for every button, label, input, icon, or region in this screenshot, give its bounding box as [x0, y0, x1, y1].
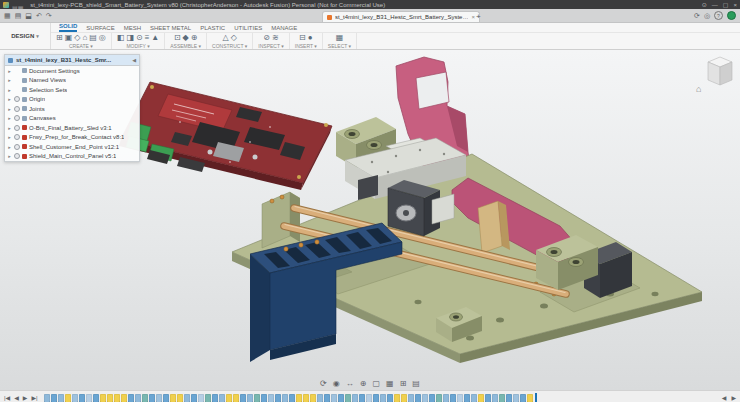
orbit-icon[interactable]: ⟳: [320, 380, 327, 388]
tool-icon[interactable]: ⌂: [82, 34, 87, 42]
expand-caret-icon[interactable]: ▸: [7, 68, 12, 74]
timeline-feature-icon[interactable]: [282, 394, 288, 402]
ribbon-group-label[interactable]: INSERT ▾: [295, 43, 317, 49]
timeline-feature-icon[interactable]: [471, 394, 477, 402]
timeline-feature-icon[interactable]: [107, 394, 113, 402]
expand-caret-icon[interactable]: ▸: [7, 87, 12, 93]
expand-caret-icon[interactable]: ▸: [7, 153, 12, 159]
browser-item[interactable]: ▸Named Views: [5, 76, 139, 86]
timeline-feature-icon[interactable]: [275, 394, 281, 402]
ribbon-group-label[interactable]: CONSTRUCT ▾: [212, 43, 247, 49]
timeline-feature-icon[interactable]: [233, 394, 239, 402]
ribbon-group-label[interactable]: SELECT ▾: [328, 43, 351, 49]
view-cube[interactable]: ⌂: [694, 54, 738, 98]
visibility-icon[interactable]: [14, 153, 20, 159]
tool-icon[interactable]: ≋: [272, 34, 279, 42]
timeline-feature-icon[interactable]: [268, 394, 274, 402]
browser-root-row[interactable]: st_t4mini_lexy_B31_Hestc_Smr... ◀: [5, 55, 139, 66]
timeline-feature-icon[interactable]: [261, 394, 267, 402]
tool-icon[interactable]: ◨: [126, 34, 134, 42]
help-button[interactable]: ?: [714, 11, 723, 20]
maximize-icon[interactable]: ▢: [723, 2, 729, 8]
timeline-feature-icon[interactable]: [240, 394, 246, 402]
timeline-feature-icon[interactable]: [366, 394, 372, 402]
look-at-icon[interactable]: ◉: [333, 380, 340, 388]
scroll-left-icon[interactable]: ◀: [721, 395, 728, 401]
timeline-feature-icon[interactable]: [387, 394, 393, 402]
visibility-icon[interactable]: [14, 96, 20, 102]
timeline-feature-icon[interactable]: [338, 394, 344, 402]
skip-to-start-icon[interactable]: |◀: [3, 395, 11, 401]
timeline-feature-icon[interactable]: [86, 394, 92, 402]
timeline-feature-icon[interactable]: [492, 394, 498, 402]
timeline-feature-icon[interactable]: [205, 394, 211, 402]
timeline-feature-icon[interactable]: [485, 394, 491, 402]
document-tab[interactable]: st_t4mini_lexy_B31_Hestc_Smrt_Battery_Sy…: [322, 11, 480, 22]
timeline-feature-icon[interactable]: [450, 394, 456, 402]
timeline-feature-icon[interactable]: [93, 394, 99, 402]
job-status-icon[interactable]: ⟳: [694, 12, 700, 19]
tool-icon[interactable]: ⊙: [136, 34, 143, 42]
step-back-icon[interactable]: ◀: [13, 395, 20, 401]
timeline-feature-icon[interactable]: [443, 394, 449, 402]
timeline-feature-icon[interactable]: [184, 394, 190, 402]
close-tab-icon[interactable]: ×: [471, 14, 475, 20]
notifications-icon[interactable]: ◎: [704, 12, 710, 19]
timeline-feature-icon[interactable]: [331, 394, 337, 402]
timeline-feature-icon[interactable]: [226, 394, 232, 402]
expand-caret-icon[interactable]: ▸: [7, 106, 12, 112]
timeline-feature-icon[interactable]: [373, 394, 379, 402]
timeline-feature-icon[interactable]: [359, 394, 365, 402]
timeline-feature-icon[interactable]: [72, 394, 78, 402]
scroll-right-icon[interactable]: ▶: [730, 395, 737, 401]
timeline-feature-icon[interactable]: [464, 394, 470, 402]
tool-icon[interactable]: ◆: [183, 34, 189, 42]
timeline-feature-icon[interactable]: [296, 394, 302, 402]
pan-icon[interactable]: ↔: [346, 380, 354, 388]
tool-icon[interactable]: ⊕: [191, 34, 198, 42]
minimize-icon[interactable]: —: [712, 2, 718, 8]
timeline-feature-icon[interactable]: [142, 394, 148, 402]
ribbon-tab-mesh[interactable]: MESH: [124, 25, 141, 32]
timeline-feature-icon[interactable]: [415, 394, 421, 402]
timeline-feature-icon[interactable]: [457, 394, 463, 402]
ribbon-tab-surface[interactable]: SURFACE: [86, 25, 114, 32]
timeline-feature-icon[interactable]: [254, 394, 260, 402]
timeline-feature-icon[interactable]: [170, 394, 176, 402]
browser-item[interactable]: ▸Shell_Customer_End_Point v12:1: [5, 142, 139, 152]
timeline-feature-icon[interactable]: [114, 394, 120, 402]
timeline-feature-icon[interactable]: [121, 394, 127, 402]
tool-icon[interactable]: ▲: [151, 34, 159, 42]
timeline-feature-icon[interactable]: [513, 394, 519, 402]
settings-icon[interactable]: ⊙: [702, 2, 707, 8]
data-panel-icon[interactable]: ▦: [4, 12, 11, 19]
tool-icon[interactable]: △: [223, 34, 229, 42]
expand-caret-icon[interactable]: ▸: [7, 96, 12, 102]
browser-item[interactable]: ▸Frwy_Prep_for_Break_Contact v8:1: [5, 133, 139, 143]
timeline-feature-icon[interactable]: [51, 394, 57, 402]
timeline-feature-icon[interactable]: [429, 394, 435, 402]
browser-item[interactable]: ▸Joints: [5, 104, 139, 114]
timeline-feature-icon[interactable]: [401, 394, 407, 402]
tool-icon[interactable]: ◧: [117, 34, 125, 42]
timeline-feature-icon[interactable]: [198, 394, 204, 402]
ribbon-tab-utilities[interactable]: UTILITIES: [234, 25, 262, 32]
ribbon-group-label[interactable]: ASSEMBLE ▾: [170, 43, 201, 49]
fit-icon[interactable]: ▢: [373, 380, 381, 388]
file-menu-icon[interactable]: ▤: [15, 12, 22, 19]
visibility-icon[interactable]: [14, 106, 20, 112]
timeline-feature-icon[interactable]: [219, 394, 225, 402]
component-tan-plate[interactable]: [478, 201, 510, 253]
ribbon-tab-solid[interactable]: SOLID: [59, 23, 77, 32]
timeline-feature-icon[interactable]: [79, 394, 85, 402]
tool-icon[interactable]: ⊘: [263, 34, 270, 42]
timeline-feature-icon[interactable]: [289, 394, 295, 402]
browser-item[interactable]: ▸O-Bnt_Final_Battery_Sled v3:1: [5, 123, 139, 133]
browser-item[interactable]: ▸Document Settings: [5, 66, 139, 76]
tool-icon[interactable]: ⊟: [299, 34, 306, 42]
zoom-icon[interactable]: ⊕: [360, 380, 367, 388]
browser-item[interactable]: ▸Origin: [5, 95, 139, 105]
expand-caret-icon[interactable]: ▸: [7, 77, 12, 83]
timeline-feature-icon[interactable]: [65, 394, 71, 402]
expand-caret-icon[interactable]: ▸: [7, 115, 12, 121]
